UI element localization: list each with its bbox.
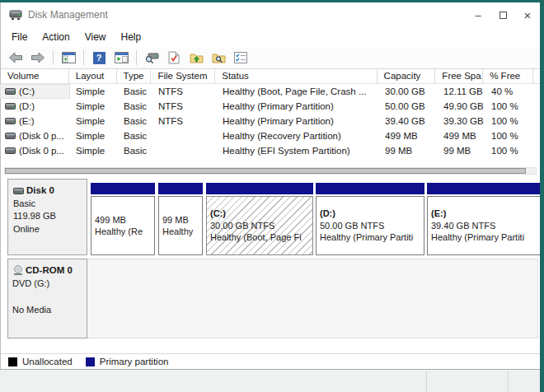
pct-free-cell: 100 % [485,131,535,141]
partition-recovery[interactable]: 499 MB Healthy (Re [91,183,155,255]
scrollbar-thumb[interactable] [5,168,526,174]
volume-cell: (C:) [1,85,69,98]
disk0-status: Online [13,223,87,236]
desktop-edge [540,0,544,392]
disk-management-window: Disk Management – × File Action View Hel… [0,2,540,369]
primary-partition-bar [158,183,203,194]
cdrom-name: CD-ROM 0 [26,264,73,277]
table-row[interactable]: (Disk 0 p... Simple Basic Healthy (Recov… [1,128,540,143]
desktop: Disk Management – × File Action View Hel… [0,0,544,392]
volume-list: Volume Layout Type File System Status Ca… [1,69,540,158]
toolbar-separator [83,50,84,65]
table-row[interactable]: (E:) Simple Basic NTFS Healthy (Primary … [1,114,540,128]
drive-icon [13,188,24,194]
check-document-icon[interactable] [164,49,184,67]
file-system-cell: NTFS [152,116,216,126]
back-icon[interactable] [6,49,26,67]
action-pane-icon[interactable] [111,49,131,67]
type-cell: Basic [117,86,152,96]
background-divider [508,371,509,392]
file-system-cell: NTFS [152,101,216,111]
console-tree-icon[interactable] [59,49,78,67]
status-cell: Healthy (Boot, Page File, Crash ... [216,86,378,96]
minimize-button[interactable]: – [466,2,490,27]
column-header-volume[interactable]: Volume [1,69,69,83]
cd-rom-icon [12,265,24,276]
primary-partition-bar [91,183,155,194]
disk0-panel[interactable]: Disk 0 Basic 119.98 GB Online [7,179,87,255]
primary-partition-bar [427,183,541,194]
layout-cell: Simple [69,116,117,126]
menu-view[interactable]: View [77,29,114,45]
drive-icon [5,88,16,96]
layout-cell: Simple [69,146,117,156]
column-header-layout[interactable]: Layout [69,69,117,83]
volume-cell: (D:) [1,100,69,113]
column-header-free-space[interactable]: Free Spa... [435,69,483,83]
folder-find-icon[interactable] [209,49,228,67]
title-bar: Disk Management – × [1,2,540,27]
file-system-cell: NTFS [152,86,216,96]
partition-d[interactable]: (D:) 50.00 GB NTFS Healthy (Primary Part… [316,183,424,255]
status-cell: Healthy (Primary Partition) [216,116,378,126]
volume-cell: (Disk 0 p... [1,129,69,142]
background-divider [426,371,427,392]
drive-icon [5,103,16,110]
volume-cell: (Disk 0 p... [1,144,69,157]
free-space-cell: 99 MB [437,146,485,156]
disk0-name: Disk 0 [26,184,54,198]
forward-icon[interactable] [28,49,48,67]
column-header-file-system[interactable]: File System [151,69,215,83]
folder-up-icon[interactable] [186,49,206,67]
menu-action[interactable]: Action [35,29,77,45]
table-row[interactable]: (C:) Simple Basic NTFS Healthy (Boot, Pa… [1,84,540,99]
toolbar-separator [136,50,137,65]
menu-bar: File Action View Help [1,27,540,47]
disk0-band: Disk 0 Basic 119.98 GB Online 499 MB Hea… [1,179,540,255]
column-header-pct-free[interactable]: % Free [483,69,533,83]
maximize-button[interactable] [490,2,515,27]
cdrom-empty-region[interactable] [87,259,538,338]
volume-list-header: Volume Layout Type File System Status Ca… [1,69,540,84]
maximize-icon [499,12,507,19]
menu-file[interactable]: File [4,29,35,45]
legend-bar: Unallocated Primary partition [1,353,540,369]
volume-cell: (E:) [1,114,69,128]
pct-free-cell: 100 % [485,116,535,126]
column-header-status[interactable]: Status [215,69,377,83]
cdrom-media: No Media [12,303,87,316]
partition-efi[interactable]: 99 MB Healthy [158,183,203,255]
partition-c[interactable]: (C:) 30.00 GB NTFS Healthy (Boot, Page F… [206,183,313,255]
disk0-type: Basic [13,198,87,211]
free-space-cell: 499 MB [437,131,485,141]
primary-partition-bar [206,183,313,194]
cdrom-panel[interactable]: CD-ROM 0 DVD (G:) No Media [7,259,87,338]
column-header-capacity[interactable]: Capacity [378,69,436,83]
menu-help[interactable]: Help [114,29,149,45]
free-space-cell: 39.30 GB [437,116,485,126]
disk0-partitions: 499 MB Healthy (Re 99 MB Healthy [87,179,542,255]
properties-list-icon[interactable] [231,49,251,67]
table-row[interactable]: (Disk 0 p... Simple Basic Healthy (EFI S… [1,143,540,158]
partition-e[interactable]: (E:) 39.40 GB NTFS Healthy (Primary Part… [427,183,541,255]
cdrom-band: CD-ROM 0 DVD (G:) No Media [1,259,540,338]
horizontal-scrollbar[interactable] [4,167,537,175]
close-button[interactable]: × [515,2,540,27]
pct-free-cell: 100 % [485,146,535,156]
help-icon[interactable]: ? [89,49,109,67]
status-cell: Healthy (EFI System Partition) [216,146,378,156]
table-row[interactable]: (D:) Simple Basic NTFS Healthy (Primary … [1,99,540,114]
type-cell: Basic [117,131,152,141]
unallocated-swatch [8,357,17,366]
rescan-disks-icon[interactable] [142,49,162,67]
graphical-view: Disk 0 Basic 119.98 GB Online 499 MB Hea… [1,158,540,369]
type-cell: Basic [117,101,152,111]
column-header-filler [533,69,540,83]
drive-icon [5,133,16,140]
column-header-type[interactable]: Type [117,69,152,83]
primary-partition-bar [316,183,424,194]
drive-icon [5,118,16,125]
capacity-cell: 39.40 GB [378,116,437,126]
window-controls: – × [466,2,540,27]
legend-unallocated: Unallocated [8,357,73,366]
